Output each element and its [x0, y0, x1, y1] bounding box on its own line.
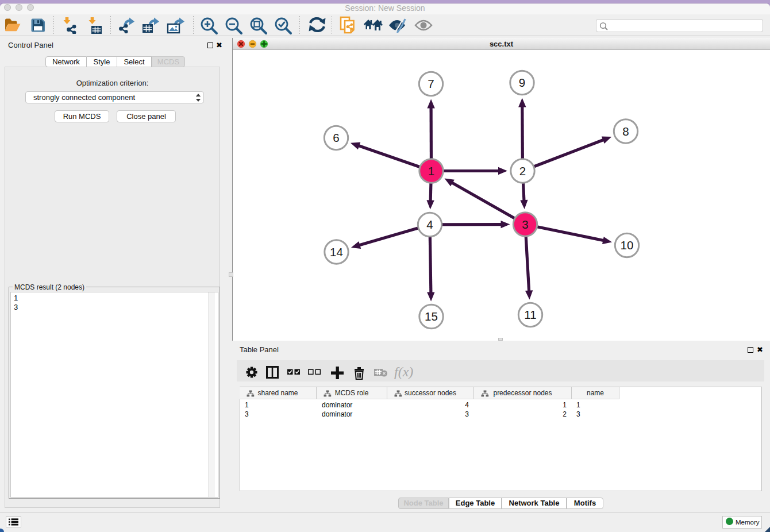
svg-text:2: 2 [519, 164, 526, 178]
svg-text:9: 9 [519, 76, 525, 89]
svg-text:14: 14 [330, 245, 343, 259]
svg-text:10: 10 [621, 238, 634, 252]
svg-text:4: 4 [426, 218, 433, 231]
svg-text:6: 6 [333, 131, 339, 144]
svg-text:8: 8 [622, 125, 629, 138]
svg-text:1: 1 [428, 164, 434, 178]
svg-text:3: 3 [522, 218, 528, 231]
svg-text:7: 7 [428, 77, 434, 90]
svg-text:11: 11 [524, 308, 536, 321]
svg-text:15: 15 [425, 310, 438, 323]
